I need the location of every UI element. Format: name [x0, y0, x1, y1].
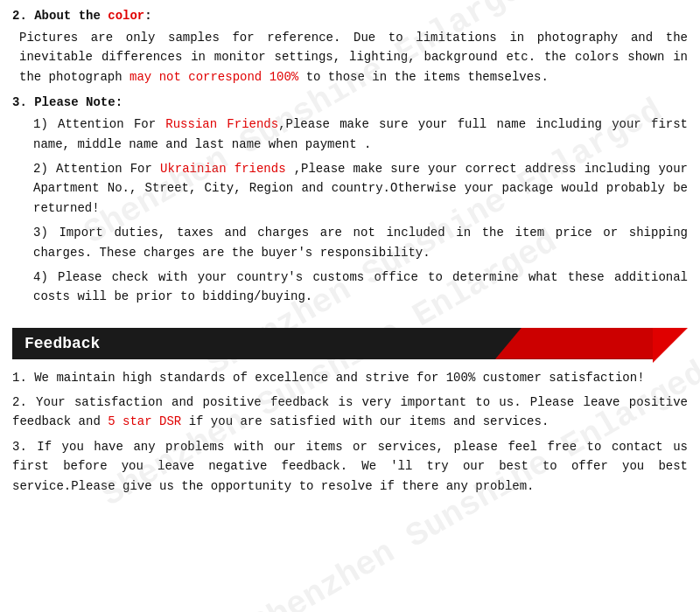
feedback-item-3: 3. If you have any problems with our ite… — [12, 437, 688, 496]
feedback-item-1-body: We maintain high standards of excellence… — [34, 371, 644, 385]
please-note-number: 3. — [12, 95, 27, 109]
note-item-2: 2) Attention For Ukrainian friends ,Plea… — [33, 159, 688, 218]
color-paragraph: Pictures are only samples for reference.… — [19, 28, 688, 87]
note-item-4-body: Please check with your country's customs… — [33, 270, 688, 303]
feedback-header: Feedback — [12, 328, 688, 359]
color-section: 2. About the color: Pictures are only sa… — [12, 9, 688, 87]
note-item-1-text: 1) Attention For Russian Friends,Please … — [33, 115, 688, 154]
note-item-4-num: 4) — [33, 270, 48, 284]
note-item-2-highlight: Ukrainian friends — [160, 162, 286, 176]
feedback-item-2-text: 2. Your satisfaction and positive feedba… — [12, 393, 688, 432]
feedback-item-3-text: 3. If you have any problems with our ite… — [12, 437, 688, 496]
note-item-1: 1) Attention For Russian Friends,Please … — [33, 115, 688, 154]
feedback-item-1: 1. We maintain high standards of excelle… — [12, 368, 688, 387]
color-highlight: color — [108, 9, 144, 23]
note-item-1-highlight: Russian Friends — [165, 117, 278, 131]
feedback-item-2-num: 2. — [12, 395, 27, 409]
color-section-about: About the — [34, 9, 108, 23]
please-note-title: 3. Please Note: — [12, 95, 688, 109]
feedback-item-3-num: 3. — [12, 440, 27, 454]
feedback-item-2-highlight: 5 star DSR — [108, 414, 181, 428]
note-item-3-text: 3) Import duties, taxes and charges are … — [33, 223, 688, 262]
note-item-3-body: Import duties, taxes and charges are not… — [33, 226, 688, 259]
note-item-2-prefix: Attention For — [56, 162, 160, 176]
note-item-3: 3) Import duties, taxes and charges are … — [33, 223, 688, 262]
please-note-colon: : — [116, 95, 122, 109]
note-item-2-num: 2) — [33, 162, 48, 176]
color-text-after: to those in the items themselves. — [298, 70, 549, 84]
color-section-title: 2. About the color: — [12, 9, 688, 23]
feedback-title: Feedback — [24, 335, 100, 352]
feedback-red-bar — [495, 328, 688, 359]
please-note-items: 1) Attention For Russian Friends,Please … — [33, 115, 688, 307]
feedback-item-3-body: If you have any problems with our items … — [12, 440, 688, 493]
feedback-item-1-text: 1. We maintain high standards of excelle… — [12, 368, 688, 387]
color-section-colon: : — [144, 9, 151, 23]
color-text: Pictures are only samples for reference.… — [19, 28, 688, 87]
feedback-item-1-num: 1. — [12, 371, 27, 385]
note-item-4: 4) Please check with your country's cust… — [33, 268, 688, 307]
note-item-1-num: 1) — [33, 117, 48, 131]
color-section-number: 2. — [12, 9, 27, 23]
feedback-item-2: 2. Your satisfaction and positive feedba… — [12, 393, 688, 432]
feedback-section: 1. We maintain high standards of excelle… — [12, 368, 688, 496]
please-note-label: Please Note — [34, 95, 115, 109]
note-item-1-prefix: Attention For — [58, 117, 165, 131]
note-item-2-text: 2) Attention For Ukrainian friends ,Plea… — [33, 159, 688, 218]
note-item-4-text: 4) Please check with your country's cust… — [33, 268, 688, 307]
note-item-3-num: 3) — [33, 226, 48, 240]
feedback-item-2-rest: if you are satisfied with our items and … — [181, 414, 549, 428]
please-note-section: 3. Please Note: 1) Attention For Russian… — [12, 95, 688, 307]
color-text-highlight: may not correspond 100% — [130, 70, 298, 84]
